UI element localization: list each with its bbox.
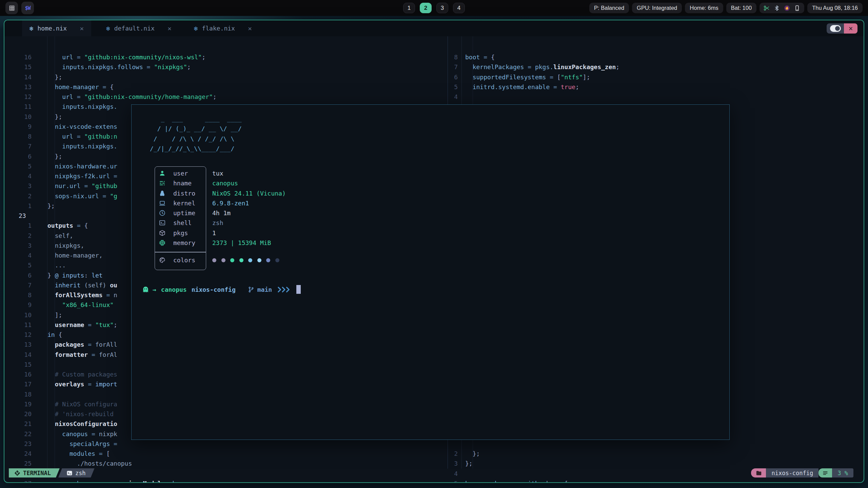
line-text: supportedFilesystems = ["ntfs"];: [465, 72, 590, 82]
line-number: 4: [445, 92, 458, 102]
line-number: 4: [15, 171, 32, 181]
shell-prompt[interactable]: →canopusnixos-configmain: [142, 284, 301, 294]
branch-icon: [248, 286, 254, 293]
launcher-wm-logo[interactable]: $W: [21, 2, 34, 14]
line-number: 13: [15, 340, 32, 349]
nix-snowflake-icon: ❄: [106, 25, 110, 32]
fetch-value: zsh: [212, 219, 223, 226]
line-text: } @ inputs: let: [47, 270, 103, 280]
line-number: 23: [15, 439, 32, 449]
line-text: };: [465, 459, 473, 468]
line-text: nixpkgs,: [47, 241, 84, 250]
line-number: 10: [15, 310, 32, 320]
prompt-token: canopus: [161, 286, 187, 293]
line-number: 7: [15, 141, 32, 151]
workspace-1[interactable]: 1: [403, 3, 415, 13]
palette-dot-6: [257, 258, 261, 262]
line-text: ...: [47, 260, 66, 270]
terminal-palette-dots: [212, 257, 279, 264]
line-number: 20: [15, 409, 32, 419]
line-number: 8: [15, 131, 32, 141]
position-label: 3 %: [837, 470, 848, 476]
workspace-3[interactable]: 3: [436, 3, 448, 13]
line-number: 2: [15, 191, 32, 201]
mode-label: TERMINAL: [23, 470, 51, 476]
code-line: 5home.packages = with pkgs; [: [4, 479, 864, 482]
tab-home.nix[interactable]: ❄home.nix×: [22, 20, 91, 36]
user-icon: [159, 170, 166, 177]
window-controls: ×: [827, 23, 857, 34]
fetch-row-memory: memory2373 | 15394 MiB: [132, 238, 729, 248]
palette-dot-2: [221, 258, 225, 262]
terminal-cursor: [296, 285, 301, 294]
folder-segment: [751, 468, 766, 477]
line-text: # NixOS configura: [47, 399, 117, 409]
line-text: formatter = forAl: [47, 350, 117, 360]
palette-dot-5: [248, 258, 252, 262]
line-text: boot = {: [465, 52, 495, 62]
line-text: };: [465, 449, 480, 459]
workspaces: 1234: [403, 3, 465, 13]
tab-label: default.nix: [114, 25, 155, 32]
floating-terminal[interactable]: _ ___ ____ ____ / |/ (_)_ __/ __ \/ __/ …: [131, 104, 730, 440]
line-number: 2: [15, 231, 32, 241]
fetch-label: shell: [173, 219, 192, 226]
line-number: 6: [15, 151, 32, 161]
gpu-pill[interactable]: GPU: Integrated: [632, 3, 682, 13]
line-number: 5: [445, 82, 458, 92]
fetch-row-hname: hnamecanopus: [132, 178, 729, 188]
line-number: 1: [15, 201, 32, 211]
fetch-value: 4h 1m: [212, 209, 231, 217]
line-number: 12: [15, 330, 32, 340]
chevrons-icon: [277, 286, 290, 293]
line-number: 8: [445, 52, 458, 62]
fetch-row-pkgs: pkgs1: [132, 228, 729, 238]
battery-pill[interactable]: Bat: 100: [726, 3, 756, 13]
power-profile-pill[interactable]: P: Balanced: [589, 3, 629, 13]
line-number: 1: [15, 221, 32, 230]
folder-icon: [756, 470, 762, 476]
line-number: 5: [15, 161, 32, 171]
line-number: 17: [15, 379, 32, 389]
code-line: 6 supportedFilesystems = ["ntfs"];: [4, 72, 864, 82]
ping-pill[interactable]: Home: 6ms: [685, 3, 723, 13]
tab-flake.nix[interactable]: ❄flake.nix×: [186, 20, 259, 36]
editor-area[interactable]: 16 url = "github:nix-community/nixos-wsl…: [4, 36, 864, 469]
clock-pill[interactable]: Thu Aug 08, 18:16: [807, 3, 863, 13]
prompt-token: main: [257, 286, 272, 293]
workspace-2[interactable]: 2: [420, 3, 432, 13]
line-text: nixpkgs-f2k.url =: [47, 171, 117, 181]
line-text: in {: [47, 330, 62, 340]
scissors-icon: [764, 5, 770, 11]
line-number: 7: [15, 280, 32, 290]
line-number: 15: [15, 360, 32, 369]
line-number: 18: [15, 389, 32, 399]
palette-dot-8: [275, 258, 279, 262]
line-text: packages = forAll: [47, 340, 117, 349]
tab-label: flake.nix: [202, 25, 235, 32]
line-text: home.packages = with pkgs; [: [465, 479, 568, 482]
vim-icon: [14, 470, 20, 476]
launcher-apps[interactable]: [5, 2, 18, 14]
palette-dot-1: [212, 258, 216, 262]
palette-dot-3: [230, 258, 234, 262]
fetch-label: user: [173, 170, 188, 177]
line-number: 14: [15, 350, 32, 360]
fetch-value: tux: [212, 170, 223, 177]
tab-close-button[interactable]: ×: [167, 24, 172, 33]
toggle-button[interactable]: [827, 23, 844, 34]
tray-icons-pill[interactable]: [760, 3, 804, 13]
fetch-row-kernel: kernel6.9.8-zen1: [132, 198, 729, 208]
line-text: inherit (self) ou: [47, 280, 117, 290]
line-text: home-manager,: [47, 250, 103, 260]
tab-default.nix[interactable]: ❄default.nix×: [99, 20, 179, 36]
editor-window: ❄home.nix×❄default.nix×❄flake.nix× × 16 …: [4, 20, 864, 482]
line-number: 21: [15, 419, 32, 429]
workspace-4[interactable]: 4: [453, 3, 465, 13]
line-text: forAllSystems = n: [47, 290, 117, 300]
fetch-row-shell: shellzsh: [132, 218, 729, 228]
tab-close-button[interactable]: ×: [80, 24, 84, 33]
fetch-label: kernel: [173, 200, 195, 207]
window-close-button[interactable]: ×: [844, 23, 857, 34]
tab-close-button[interactable]: ×: [248, 24, 252, 33]
